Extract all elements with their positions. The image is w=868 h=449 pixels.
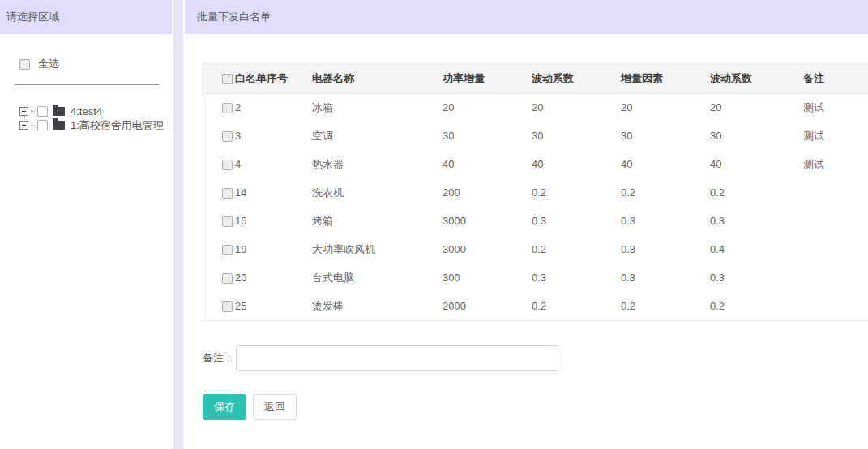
table-cell: 30 [614,122,703,150]
select-all-rows-checkbox[interactable] [222,74,233,84]
table-cell: 测试 [797,150,868,178]
table-cell [797,292,868,320]
main-panel: 批量下发白名单 白名单序号 电器名称 功率增量 [185,0,868,449]
table-cell: 烤箱 [306,207,436,235]
row-checkbox-cell [203,93,229,122]
tree-connector [31,125,35,126]
table-cell: 0.4 [703,235,797,263]
table-cell: 测试 [797,93,868,122]
remark-input[interactable] [236,345,558,371]
tree-item[interactable]: 1:高校宿舍用电管理 [19,118,159,132]
row-checkbox[interactable] [222,273,233,284]
row-checkbox[interactable] [222,188,233,199]
table-cell: 0.3 [703,207,797,235]
row-checkbox-cell [203,207,229,235]
main-content: 白名单序号 电器名称 功率增量 波动系数 增量因素 波动系数 备注 2冰箱202… [185,34,868,420]
row-checkbox-cell [203,263,229,292]
region-tree: 4:test4 1:高校宿舍用电管理 [19,105,159,132]
column-header: 电器名称 [306,64,436,93]
table-cell: 3000 [436,235,525,263]
table-cell: 测试 [797,122,868,150]
table-cell: 14 [229,178,306,207]
save-button[interactable]: 保存 [203,394,246,420]
tree-node-label[interactable]: 1:高校宿舍用电管理 [71,118,164,133]
row-checkbox[interactable] [222,301,233,312]
table-cell: 2000 [436,292,525,320]
table-cell: 20 [614,93,703,122]
table-row: 25烫发棒20000.20.20.2 [203,292,868,320]
sidebar-body: 全选 4:test4 1:高校宿舍用电管理 [0,34,172,132]
table-row: 3空调30303030测试 [203,122,868,150]
table-cell: 0.2 [525,235,614,263]
column-header: 功率增量 [436,64,525,93]
table-cell: 15 [229,207,306,235]
table-cell [797,235,868,263]
table-cell: 40 [703,150,797,178]
column-header: 波动系数 [703,64,797,93]
tree-connector [31,111,35,112]
tree-node-checkbox[interactable] [37,106,48,117]
tree-item[interactable]: 4:test4 [19,105,159,118]
sidebar-title: 请选择区域 [0,0,172,34]
table-cell: 0.2 [614,292,703,320]
table-cell: 2 [229,93,306,122]
table-cell: 20 [525,93,614,122]
row-checkbox-cell [203,235,229,263]
table-cell: 30 [525,122,614,150]
back-button[interactable]: 返回 [253,394,297,420]
table-cell: 0.3 [614,235,703,263]
tree-node-label[interactable]: 4:test4 [71,105,102,118]
table-cell: 0.2 [703,292,797,320]
expand-plus-icon[interactable] [19,121,28,130]
select-all[interactable]: 全选 [19,57,159,71]
expand-plus-icon[interactable] [19,107,28,116]
row-checkbox-cell [203,178,229,207]
table-row: 14洗衣机2000.20.20.2 [203,178,868,207]
table-cell: 0.2 [525,292,614,320]
button-row: 保存 返回 [203,394,868,420]
table-cell: 4 [229,150,306,178]
table-cell: 30 [436,122,525,150]
table-cell [797,207,868,235]
table-cell: 0.3 [525,207,614,235]
table-row: 15烤箱30000.30.30.3 [203,207,868,235]
table-cell: 0.3 [614,263,703,292]
table-cell: 3 [229,122,306,150]
table-row: 2冰箱20202020测试 [203,93,868,122]
row-checkbox[interactable] [222,103,233,113]
select-all-checkbox[interactable] [19,59,30,70]
table-cell: 0.3 [614,207,703,235]
row-checkbox[interactable] [222,216,233,227]
whitelist-table: 白名单序号 电器名称 功率增量 波动系数 增量因素 波动系数 备注 2冰箱202… [203,63,868,321]
divider [15,84,159,85]
remark-label: 备注： [203,351,234,366]
table-cell [797,178,868,207]
page: 请选择区域 全选 4:test4 [0,0,868,449]
remark-row: 备注： [203,345,868,371]
page-title: 批量下发白名单 [185,0,868,34]
table-cell: 0.2 [614,178,703,207]
table-row: 20台式电脑3000.30.30.3 [203,263,868,292]
column-header: 备注 [797,64,868,93]
row-checkbox[interactable] [222,131,233,142]
tree-node-checkbox[interactable] [37,120,48,130]
table-row: 19大功率吹风机30000.20.30.4 [203,235,868,263]
table-cell: 20 [229,263,306,292]
column-header: 波动系数 [525,64,614,93]
table-cell: 40 [525,150,614,178]
table-cell: 40 [436,150,525,178]
folder-icon [53,121,65,130]
row-checkbox-cell [203,150,229,178]
table-cell: 0.2 [525,178,614,207]
table-cell: 300 [436,263,525,292]
table-cell: 40 [614,150,703,178]
table-cell: 20 [703,93,797,122]
table-cell: 3000 [436,207,525,235]
row-checkbox[interactable] [222,160,233,170]
table-row: 4热水器40404040测试 [203,150,868,178]
row-checkbox[interactable] [222,245,233,255]
table-header-row: 白名单序号 电器名称 功率增量 波动系数 增量因素 波动系数 备注 [203,64,868,93]
panel-gap [172,0,185,449]
table-cell: 19 [229,235,306,263]
table-cell: 200 [436,178,525,207]
